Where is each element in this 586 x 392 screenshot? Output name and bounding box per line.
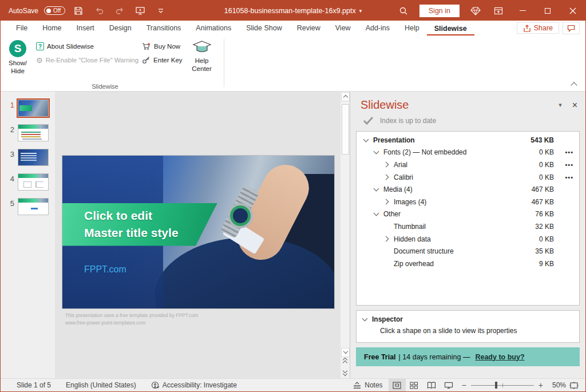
next-slide-button[interactable] <box>341 369 350 378</box>
share-button[interactable]: Share <box>517 22 559 34</box>
close-button[interactable] <box>560 1 585 21</box>
chevron-down-icon[interactable] <box>373 210 381 218</box>
slideshow-view-button[interactable] <box>440 379 457 391</box>
notes-button[interactable]: Notes <box>347 381 388 389</box>
normal-view-button[interactable] <box>389 379 406 391</box>
thumbnail-image[interactable] <box>18 124 49 141</box>
vertical-scrollbar[interactable] <box>340 92 350 378</box>
more-options-icon[interactable]: ••• <box>554 161 575 168</box>
accessibility-status[interactable]: Accessibility: Investigate <box>151 381 237 389</box>
search-icon[interactable] <box>392 1 415 21</box>
title-line-2: Master title style <box>84 224 217 241</box>
pane-dropdown-icon[interactable]: ▾ <box>559 101 562 109</box>
tab-slide-show[interactable]: Slide Show <box>239 22 290 35</box>
tree-row-media-4[interactable]: Media (4)467 KB <box>358 183 578 196</box>
sign-in-button[interactable]: Sign in <box>419 5 460 17</box>
tab-animations[interactable]: Animations <box>188 22 239 35</box>
slide-thumbnail-4[interactable]: 4 <box>1 173 55 191</box>
language-indicator[interactable]: English (United States) <box>66 381 136 389</box>
tab-file[interactable]: File <box>9 22 35 35</box>
start-slideshow-icon[interactable] <box>133 4 148 18</box>
slide-thumbnail-3[interactable]: 3 <box>1 149 55 166</box>
thumbnail-image[interactable] <box>18 173 49 191</box>
titlebar-right: Sign in <box>392 1 585 21</box>
tab-home[interactable]: Home <box>35 22 69 35</box>
about-slidewise-button[interactable]: ? About Slidewise <box>36 41 138 52</box>
tree-row-presentation[interactable]: Presentation543 KB <box>358 134 578 146</box>
pane-close-icon[interactable]: × <box>572 100 577 110</box>
ready-to-buy-link[interactable]: Ready to buy? <box>475 353 524 361</box>
gem-icon[interactable] <box>464 1 487 21</box>
trial-label: Free Trial <box>364 353 396 361</box>
more-options-icon[interactable]: ••• <box>554 174 575 181</box>
maximize-button[interactable] <box>535 1 560 21</box>
chevron-right-icon[interactable] <box>383 235 391 243</box>
tab-slidewise[interactable]: Slidewise <box>427 22 474 36</box>
chevron-down-icon[interactable] <box>373 148 381 156</box>
tree-row-images-4[interactable]: Images (4)467 KB <box>358 196 578 208</box>
workspace: 12345 Click to edit Master title style <box>1 92 585 378</box>
tab-review[interactable]: Review <box>290 22 328 35</box>
tree-row-document-structure[interactable]: Document structure35 KB <box>358 245 578 258</box>
slide-thumbnail-1[interactable]: 1 <box>1 100 55 117</box>
chevron-down-icon[interactable] <box>373 185 381 193</box>
tree-row-zip-overhead[interactable]: Zip overhead9 KB <box>358 258 578 270</box>
scroll-thumb[interactable] <box>342 104 349 155</box>
tree-item-size: 543 KB <box>517 136 554 144</box>
tab-insert[interactable]: Insert <box>69 22 102 35</box>
tree-row-other[interactable]: Other76 KB <box>358 208 578 221</box>
slide-photo-watch <box>228 203 253 228</box>
zoom-out-button[interactable]: − <box>462 381 466 390</box>
customize-qat-chevron-icon[interactable] <box>153 4 168 18</box>
chevron-right-icon[interactable] <box>383 161 391 169</box>
zoom-slider-thumb[interactable] <box>495 382 497 389</box>
scroll-up-button[interactable] <box>341 92 350 101</box>
slide-counter[interactable]: Slide 1 of 5 <box>17 381 51 389</box>
key-icon <box>142 56 151 64</box>
tree-row-fonts-2-not-embedded[interactable]: Fonts (2) — Not embedded0 KB••• <box>358 146 578 159</box>
chevron-right-icon[interactable] <box>383 173 391 181</box>
thumbnail-image[interactable] <box>18 198 49 215</box>
document-title[interactable]: 161058-businessman-template-16x9.pptx ▾ <box>224 7 362 15</box>
thumbnail-image[interactable] <box>18 100 49 117</box>
help-center-button[interactable]: Help Center <box>186 38 218 81</box>
previous-slide-button[interactable] <box>341 358 350 367</box>
enter-key-button[interactable]: Enter Key <box>142 55 183 65</box>
tab-transitions[interactable]: Transitions <box>139 22 189 35</box>
tab-add-ins[interactable]: Add-ins <box>358 22 397 35</box>
ribbon-display-options-icon[interactable] <box>487 1 510 21</box>
scroll-track[interactable] <box>341 102 350 347</box>
comments-button[interactable] <box>563 22 580 34</box>
tab-design[interactable]: Design <box>102 22 139 35</box>
buy-now-button[interactable]: Buy Now <box>142 41 183 52</box>
tab-view[interactable]: View <box>328 22 358 35</box>
thumbnail-image[interactable] <box>18 149 49 166</box>
tree-row-hidden-data[interactable]: Hidden data0 KB <box>358 233 578 246</box>
more-options-icon[interactable]: ••• <box>554 149 575 156</box>
pane-header: Slidewise ▾ × <box>356 97 580 112</box>
show-hide-button[interactable]: S Show/ Hide <box>3 38 33 81</box>
fit-slide-to-window-button[interactable] <box>566 379 582 391</box>
about-slidewise-label: About Slidewise <box>47 43 94 50</box>
zoom-percentage[interactable]: 50% <box>548 381 566 389</box>
slide-sorter-view-button[interactable] <box>406 379 423 391</box>
save-icon[interactable] <box>71 4 86 18</box>
collapse-ribbon-icon[interactable] <box>569 81 579 88</box>
minimize-button[interactable] <box>510 1 535 21</box>
tree-row-calibri[interactable]: Calibri0 KB••• <box>358 171 578 184</box>
reading-view-button[interactable] <box>423 379 440 391</box>
slide-thumbnail-2[interactable]: 2 <box>1 124 55 141</box>
inspector-header[interactable]: Inspector <box>361 315 575 323</box>
title-placeholder[interactable]: Click to edit Master title style <box>62 203 217 246</box>
slide-editor[interactable]: Click to edit Master title style FPPT.co… <box>62 156 334 308</box>
zoom-in-button[interactable]: + <box>539 381 543 390</box>
slide-thumbnail-5[interactable]: 5 <box>1 198 55 215</box>
chevron-right-icon[interactable] <box>383 198 391 206</box>
tab-help[interactable]: Help <box>397 22 427 35</box>
zoom-slider[interactable] <box>471 385 534 386</box>
tree-row-arial[interactable]: Arial0 KB••• <box>358 159 578 171</box>
autosave-toggle[interactable]: Off <box>44 6 65 15</box>
tree-row-thumbnail[interactable]: Thumbnail32 KB <box>358 220 578 233</box>
scroll-down-button[interactable] <box>341 348 350 357</box>
chevron-down-icon[interactable] <box>362 136 370 144</box>
